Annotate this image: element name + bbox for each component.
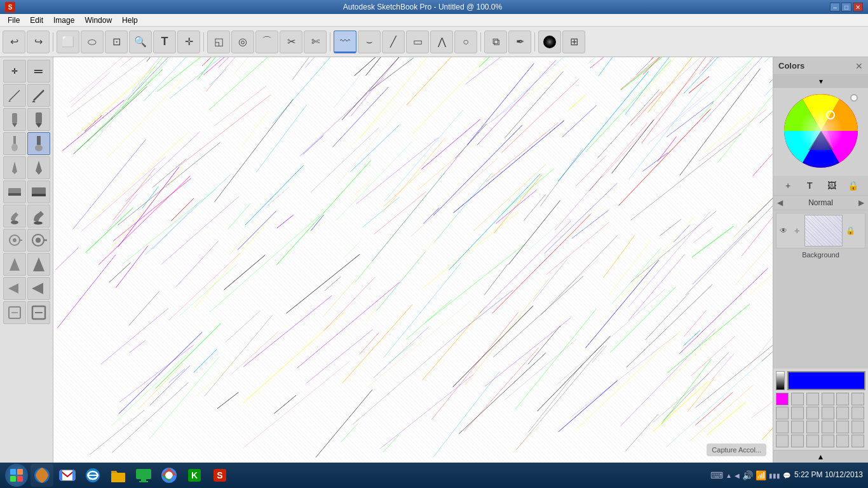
menu-edit[interactable]: Edit xyxy=(25,15,48,26)
menu-window[interactable]: Window xyxy=(79,15,117,26)
minimize-button[interactable]: – xyxy=(830,3,840,11)
arrow-up-icon[interactable]: ▲ xyxy=(726,472,732,479)
colors-close-button[interactable]: ✕ xyxy=(855,61,863,71)
eraser-button[interactable]: ◱ xyxy=(207,30,230,53)
color-swatch-11[interactable] xyxy=(851,407,864,419)
lock-layer-button[interactable]: 🔒 xyxy=(846,179,860,193)
panel-collapse-button[interactable]: ▲ xyxy=(773,450,868,463)
brush-sm-tool[interactable] xyxy=(3,132,26,155)
back-icon[interactable]: ◀ xyxy=(735,472,740,479)
pencil-lg-tool[interactable] xyxy=(27,84,50,107)
layer-item[interactable]: 👁 ✛ 🔒 xyxy=(776,213,865,248)
maximize-button[interactable]: □ xyxy=(841,3,851,11)
color-swatch-20[interactable] xyxy=(806,435,819,447)
smudge-lg-tool[interactable] xyxy=(27,253,50,276)
menu-help[interactable]: Help xyxy=(117,15,143,26)
line-button[interactable]: ╱ xyxy=(382,30,405,53)
curve-button[interactable]: ⌣ xyxy=(358,30,381,53)
redo-button[interactable]: ↪ xyxy=(27,30,50,53)
color-swatch-6[interactable] xyxy=(776,407,789,419)
bucket-sm-tool[interactable] xyxy=(3,205,26,227)
undo-button[interactable]: ↩ xyxy=(3,30,25,53)
sketch-canvas[interactable] xyxy=(53,57,773,463)
color-wheel-tool-button[interactable] xyxy=(538,30,561,53)
close-button[interactable]: ✕ xyxy=(853,3,863,11)
polyline-button[interactable]: ⋀ xyxy=(430,30,453,53)
colors-dropdown[interactable]: ▾ xyxy=(773,75,868,88)
blur-sm-tool[interactable] xyxy=(3,277,26,300)
color-swatch-12[interactable] xyxy=(776,421,789,433)
select-rect-button[interactable]: ⬜ xyxy=(57,30,79,53)
color-swatch-5[interactable] xyxy=(851,393,864,405)
scissors-button[interactable]: ✂ xyxy=(280,30,302,53)
blend-prev-button[interactable]: ◀ xyxy=(777,198,783,207)
symmetry-button[interactable]: ◎ xyxy=(231,30,254,53)
brush-lg-tool[interactable] xyxy=(27,132,50,155)
taskbar-explorer[interactable] xyxy=(107,464,130,487)
color-swatch-15[interactable] xyxy=(822,421,834,433)
taskbar-display[interactable] xyxy=(132,464,155,487)
battery-icon[interactable]: ▮▮▮ xyxy=(769,472,780,479)
chisel-sm-tool[interactable] xyxy=(3,301,26,324)
airbrush-sm-tool[interactable] xyxy=(3,229,26,252)
flatten-tool[interactable]: ═ xyxy=(27,60,50,83)
airbrush-lg-tool[interactable] xyxy=(27,229,50,252)
ink-sm-tool[interactable] xyxy=(3,156,26,179)
color-swatch-7[interactable] xyxy=(791,407,804,419)
color-swatch-2[interactable] xyxy=(806,393,819,405)
color-swatch-8[interactable] xyxy=(806,407,819,419)
color-swatch-0[interactable] xyxy=(776,393,789,405)
color-swatch-4[interactable] xyxy=(836,393,849,405)
stamp-button[interactable]: ⧉ xyxy=(484,30,507,53)
grayscale-slider[interactable] xyxy=(776,371,785,390)
taskbar-gmail[interactable] xyxy=(56,464,79,487)
scissors2-button[interactable]: ✄ xyxy=(304,30,327,53)
canvas-area[interactable]: Capture Accol... xyxy=(53,57,773,463)
color-swatch-13[interactable] xyxy=(791,421,804,433)
lasso-button[interactable]: ⬭ xyxy=(81,30,104,53)
text-button[interactable]: T xyxy=(153,30,176,53)
layer-move-handle[interactable]: ✛ xyxy=(791,225,803,236)
color-wheel[interactable] xyxy=(783,93,859,169)
color-swatch-23[interactable] xyxy=(851,435,864,447)
marker-lg-tool[interactable] xyxy=(27,108,50,131)
pencil-sm-tool[interactable] xyxy=(3,84,26,107)
taskbar-sketchbook[interactable]: S xyxy=(208,464,231,487)
color-swatch-18[interactable] xyxy=(776,435,789,447)
active-color-swatch[interactable] xyxy=(787,371,865,390)
eraser-sm-tool[interactable] xyxy=(3,180,26,203)
image-layer-button[interactable]: 🖼 xyxy=(825,179,839,193)
taskbar-chrome[interactable] xyxy=(158,464,180,487)
start-button[interactable] xyxy=(5,464,28,487)
color-wheel-container[interactable] xyxy=(773,88,868,176)
blur-lg-tool[interactable] xyxy=(27,277,50,300)
taskbar-kaspersky[interactable]: K xyxy=(183,464,206,487)
taskbar-firefox[interactable] xyxy=(31,464,53,487)
menu-file[interactable]: File xyxy=(3,15,25,26)
bucket-lg-tool[interactable] xyxy=(27,205,50,227)
zoom-button[interactable]: 🔍 xyxy=(129,30,152,53)
ellipse-button[interactable]: ○ xyxy=(454,30,477,53)
pen-line-button[interactable]: 〰 xyxy=(334,30,356,53)
blend-next-button[interactable]: ▶ xyxy=(858,198,864,207)
layer-visibility-button[interactable]: 👁 xyxy=(778,225,789,236)
color-swatch-3[interactable] xyxy=(822,393,834,405)
move-tool[interactable]: ✛ xyxy=(3,60,26,83)
network-icon[interactable]: 📶 xyxy=(756,470,766,480)
add-layer-button[interactable]: + xyxy=(781,179,795,193)
color-swatch-17[interactable] xyxy=(851,421,864,433)
brush-set-button[interactable]: ⊞ xyxy=(562,30,585,53)
color-swatch-10[interactable] xyxy=(836,407,849,419)
ink-lg-tool[interactable] xyxy=(27,156,50,179)
text-layer-button[interactable]: T xyxy=(803,179,817,193)
crop-button[interactable]: ⊡ xyxy=(105,30,128,53)
color-swatch-21[interactable] xyxy=(822,435,834,447)
color-swatch-19[interactable] xyxy=(791,435,804,447)
rect-shape-button[interactable]: ▭ xyxy=(406,30,429,53)
color-swatch-14[interactable] xyxy=(806,421,819,433)
path-button[interactable]: ⌒ xyxy=(255,30,278,53)
clock[interactable]: 5:22 PM 10/12/2013 xyxy=(794,470,863,480)
color-swatch-16[interactable] xyxy=(836,421,849,433)
notification-icon[interactable]: 💬 xyxy=(783,472,790,479)
transform-button[interactable]: ✛ xyxy=(177,30,200,53)
